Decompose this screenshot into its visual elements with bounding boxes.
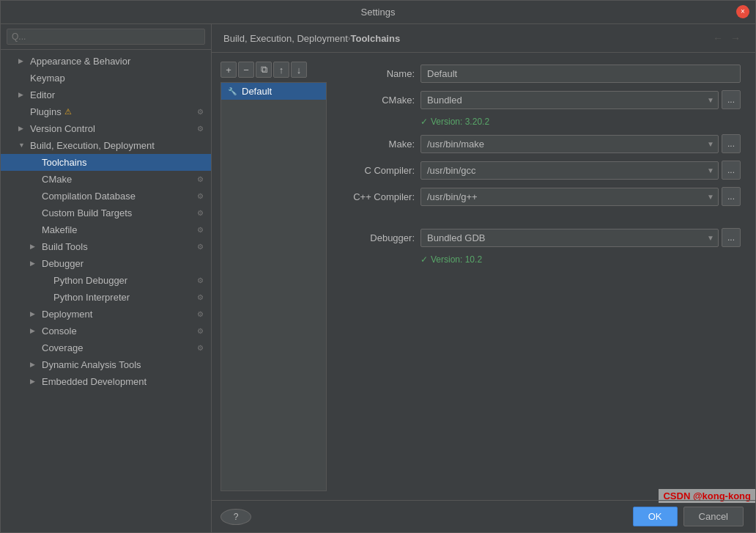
- breadcrumb-current: Toolchains: [350, 33, 400, 44]
- sidebar-item-debugger[interactable]: Debugger: [1, 255, 211, 272]
- sidebar-item-label: Appearance & Behavior: [30, 56, 130, 67]
- cmake-browse-button[interactable]: ...: [722, 90, 741, 109]
- dialog-title: Settings: [361, 7, 396, 18]
- toolchain-list-item[interactable]: 🔧 Default: [221, 83, 326, 100]
- move-up-button[interactable]: ↑: [273, 62, 289, 78]
- cancel-button[interactable]: Cancel: [683, 507, 744, 526]
- sidebar-item-build-exec-deploy[interactable]: Build, Execution, Deployment: [1, 137, 211, 154]
- cmake-select[interactable]: Bundled Custom: [420, 91, 719, 109]
- cpp-compiler-browse-button[interactable]: ...: [722, 187, 741, 206]
- sidebar-item-label: Build, Execution, Deployment: [30, 140, 155, 151]
- chevron-placeholder: [30, 158, 39, 167]
- remove-toolchain-button[interactable]: −: [238, 62, 254, 78]
- sidebar-item-label: Coverage: [42, 342, 83, 353]
- chevron-right-icon: [30, 243, 39, 251]
- settings-icon: ⚙: [195, 174, 205, 185]
- sidebar-item-version-control[interactable]: Version Control ⚙: [1, 120, 211, 137]
- sidebar-item-makefile[interactable]: Makefile ⚙: [1, 221, 211, 238]
- name-label: Name:: [341, 68, 415, 79]
- chevron-right-icon: [30, 378, 39, 386]
- copy-toolchain-button[interactable]: ⧉: [256, 62, 272, 78]
- c-compiler-select[interactable]: /usr/bin/gcc: [420, 161, 719, 180]
- chevron-right-icon: [18, 91, 27, 100]
- nav-forward-button[interactable]: →: [727, 30, 744, 46]
- sidebar-item-deployment[interactable]: Deployment ⚙: [1, 306, 211, 323]
- settings-icon: ⚙: [195, 309, 205, 320]
- help-button[interactable]: ?: [220, 509, 251, 525]
- spacer: [341, 213, 741, 221]
- ok-button[interactable]: OK: [633, 507, 678, 526]
- cmake-version-row: ✓ Version: 3.20.2: [341, 117, 741, 127]
- breadcrumb-area: Build, Execution, Deployment › Toolchain…: [212, 24, 755, 53]
- make-select-wrapper: /usr/bin/make ▼: [420, 135, 719, 153]
- cmake-version-text: Version: 3.20.2: [431, 117, 489, 127]
- sidebar-item-label: Compilation Database: [42, 191, 136, 202]
- toolchain-icon: 🔧: [227, 87, 237, 97]
- cmake-row: CMake: Bundled Custom ▼ ...: [341, 90, 741, 109]
- c-compiler-input-group: /usr/bin/gcc ▼ ...: [420, 161, 741, 180]
- toolchain-list: 🔧 Default: [220, 82, 327, 491]
- sidebar-item-embedded-development[interactable]: Embedded Development: [1, 373, 211, 390]
- c-compiler-browse-button[interactable]: ...: [722, 161, 741, 180]
- settings-icon: ⚙: [195, 225, 205, 235]
- settings-icon: ⚙: [195, 293, 205, 303]
- name-row: Name:: [341, 65, 741, 83]
- sidebar-item-custom-build-targets[interactable]: Custom Build Targets ⚙: [1, 205, 211, 221]
- settings-dialog: Settings × Appearance & Behavior Keymap: [0, 0, 756, 533]
- chevron-right-icon: [18, 57, 27, 66]
- form-area: Name: CMake: Bundled Custom: [336, 62, 746, 491]
- chevron-placeholder: [30, 192, 39, 201]
- breadcrumb-parent[interactable]: Build, Execution, Deployment: [223, 33, 348, 44]
- sidebar-item-label: Console: [42, 326, 77, 337]
- nav-back-button[interactable]: ←: [710, 30, 726, 46]
- sidebar-item-editor[interactable]: Editor: [1, 87, 211, 103]
- debugger-version-text: Version: 10.2: [431, 254, 482, 265]
- debugger-version-check-icon: ✓: [420, 254, 428, 265]
- search-input[interactable]: [7, 29, 205, 45]
- sidebar-item-plugins[interactable]: Plugins ⚠ ⚙: [1, 103, 211, 120]
- make-select[interactable]: /usr/bin/make: [420, 135, 719, 153]
- debugger-select-wrapper: Bundled GDB ▼: [420, 229, 719, 247]
- debugger-input-group: Bundled GDB ▼ ...: [420, 228, 741, 247]
- sidebar-item-label: Python Interpreter: [53, 292, 130, 303]
- sidebar-item-console[interactable]: Console ⚙: [1, 323, 211, 339]
- chevron-right-icon: [18, 125, 27, 133]
- chevron-placeholder: [30, 209, 39, 218]
- chevron-down-icon: [18, 141, 27, 150]
- chevron-placeholder: [18, 108, 27, 117]
- toolchain-panel: + − ⧉ ↑ ↓ 🔧 Default: [212, 53, 755, 500]
- sidebar-item-compilation-db[interactable]: Compilation Database ⚙: [1, 188, 211, 205]
- sidebar-item-python-interpreter[interactable]: Python Interpreter ⚙: [1, 289, 211, 306]
- sidebar-item-coverage[interactable]: Coverage ⚙: [1, 339, 211, 356]
- sidebar-item-label: Python Debugger: [53, 275, 127, 286]
- sidebar-item-label: Dynamic Analysis Tools: [42, 359, 141, 370]
- chevron-placeholder: [42, 293, 51, 302]
- sidebar-item-toolchains[interactable]: Toolchains: [1, 154, 211, 171]
- sidebar-item-python-debugger[interactable]: Python Debugger ⚙: [1, 272, 211, 289]
- close-button[interactable]: ×: [736, 5, 749, 18]
- sidebar-item-build-tools[interactable]: Build Tools ⚙: [1, 238, 211, 255]
- toolchain-list-area: + − ⧉ ↑ ↓ 🔧 Default: [220, 62, 327, 491]
- name-input[interactable]: [420, 65, 741, 83]
- sidebar-item-cmake[interactable]: CMake ⚙: [1, 171, 211, 188]
- move-down-button[interactable]: ↓: [291, 62, 307, 78]
- sidebar-item-dynamic-analysis-tools[interactable]: Dynamic Analysis Tools: [1, 356, 211, 373]
- name-input-group: [420, 65, 741, 83]
- sidebar-item-keymap[interactable]: Keymap: [1, 70, 211, 87]
- make-input-group: /usr/bin/make ▼ ...: [420, 134, 741, 153]
- debugger-select[interactable]: Bundled GDB: [420, 229, 719, 247]
- debugger-row: Debugger: Bundled GDB ▼ ...: [341, 228, 741, 247]
- settings-icon: ⚙: [195, 343, 205, 353]
- debugger-browse-button[interactable]: ...: [722, 228, 741, 247]
- sidebar-item-appearance[interactable]: Appearance & Behavior: [1, 53, 211, 70]
- settings-icon: ⚙: [195, 242, 205, 252]
- chevron-right-icon: [30, 260, 39, 268]
- cpp-compiler-select[interactable]: /usr/bin/g++: [420, 188, 719, 206]
- settings-icon: ⚙: [195, 124, 205, 134]
- settings-icon: ⚙: [195, 208, 205, 218]
- add-toolchain-button[interactable]: +: [220, 62, 237, 78]
- sidebar-item-label: Embedded Development: [42, 376, 147, 387]
- make-browse-button[interactable]: ...: [722, 134, 741, 153]
- settings-icon: ⚙: [195, 191, 205, 202]
- cpp-compiler-row: C++ Compiler: /usr/bin/g++ ▼ ...: [341, 187, 741, 206]
